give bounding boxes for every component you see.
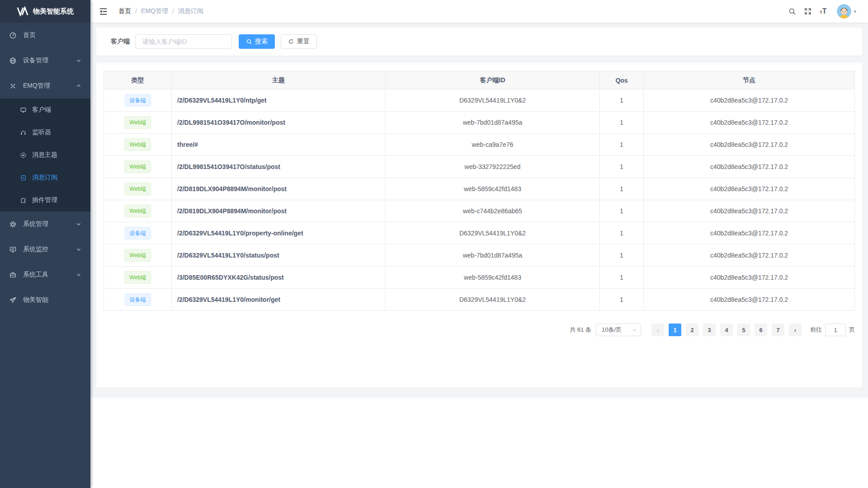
topic-cell: /3/D85E00R65DYXK42G/status/post [172, 267, 386, 289]
monitor-chart-icon [9, 246, 17, 253]
client-id-cell: web-ca9a7e76 [386, 134, 600, 156]
header-topic: 主题 [172, 71, 386, 89]
page-button-4[interactable]: 4 [720, 324, 733, 336]
sidebar-item-monitoring[interactable]: 系统监控 [0, 237, 90, 262]
node-cell: c40b2d8ea5c3@172.17.0.2 [644, 89, 855, 112]
sidebar-item-label: 物美智能 [23, 296, 48, 304]
sidebar-item-listeners[interactable]: 监听器 [0, 121, 90, 144]
desktop-icon [20, 107, 27, 113]
sidebar-item-emq[interactable]: EMQ管理 [0, 73, 90, 99]
chevron-down-icon [76, 221, 81, 227]
type-cell: Web端 [104, 156, 172, 178]
caret-down-icon: ▾ [854, 9, 856, 14]
header-node: 节点 [644, 71, 855, 89]
app-main: 客户端 搜索 重置 [90, 23, 868, 398]
dashboard-icon [9, 32, 17, 39]
page-button-6[interactable]: 6 [755, 324, 767, 336]
page-button-5[interactable]: 5 [737, 324, 750, 336]
client-id-cell: web-5859c42fd1483 [386, 267, 600, 289]
goto-label: 前往 [810, 326, 822, 334]
topic-cell: /2/D6329VL54419L1Y0/property-online/get [172, 222, 386, 244]
qos-cell: 1 [600, 289, 644, 311]
prev-page-button[interactable]: ‹ [651, 324, 664, 336]
sidebar-item-plugins[interactable]: 插件管理 [0, 189, 90, 211]
paper-plane-icon [9, 296, 17, 304]
search-panel: 客户端 搜索 重置 [96, 28, 862, 56]
page-size-select[interactable]: 10条/页 [596, 324, 641, 336]
chevron-down-icon [632, 328, 637, 333]
type-cell: 设备端 [104, 89, 172, 112]
table-row: 设备端/2/D6329VL54419L1Y0/property-online/g… [104, 222, 855, 244]
sidebar-item-system[interactable]: 系统管理 [0, 211, 90, 237]
goto-unit: 页 [849, 326, 855, 334]
client-id-input[interactable] [135, 34, 232, 49]
type-badge: Web端 [124, 160, 151, 173]
client-id-cell: D6329VL54419L1Y0&2 [386, 222, 600, 244]
search-button[interactable]: 搜索 [239, 34, 275, 49]
user-menu[interactable]: ▾ [837, 4, 856, 19]
page-button-3[interactable]: 3 [703, 324, 716, 336]
sidebar-item-home[interactable]: 首页 [0, 23, 90, 48]
type-badge: Web端 [124, 138, 151, 151]
node-cell: c40b2d8ea5c3@172.17.0.2 [644, 289, 855, 311]
puzzle-icon [20, 197, 27, 204]
sidebar-item-tools[interactable]: 系统工具 [0, 262, 90, 287]
pagination: 共 61 条 10条/页 ‹ 1234567 › 前往 页 [104, 324, 855, 336]
node-cell: c40b2d8ea5c3@172.17.0.2 [644, 112, 855, 134]
sidebar-item-brand[interactable]: 物美智能 [0, 287, 90, 313]
avatar[interactable] [837, 4, 851, 19]
page-button-1[interactable]: 1 [669, 324, 681, 336]
app-logo[interactable]: 物美智能系统 [0, 0, 90, 23]
page-button-2[interactable]: 2 [686, 324, 698, 336]
qos-cell: 1 [600, 112, 644, 134]
type-badge: 设备端 [125, 293, 151, 306]
type-cell: Web端 [104, 134, 172, 156]
sidebar-item-label: 首页 [23, 31, 36, 39]
client-id-cell: D6329VL54419L1Y0&2 [386, 289, 600, 311]
chevron-up-icon [76, 83, 81, 89]
qos-cell: 1 [600, 222, 644, 244]
qos-cell: 1 [600, 156, 644, 178]
search-icon[interactable] [788, 7, 796, 15]
reset-button[interactable]: 重置 [281, 34, 317, 49]
qos-cell: 1 [600, 89, 644, 112]
sidebar-item-subscriptions[interactable]: 消息订阅 [0, 166, 90, 189]
briefcase-icon [9, 271, 17, 279]
search-field-label: 客户端 [111, 38, 130, 46]
chevron-down-icon [76, 58, 81, 63]
breadcrumb-home[interactable]: 首页 [118, 7, 131, 15]
goto-page-input[interactable] [825, 324, 846, 336]
sidebar-item-clients[interactable]: 客户端 [0, 99, 90, 121]
next-page-button[interactable]: › [789, 324, 802, 336]
topic-cell: /2/D819DLX904P8894M/monitor/post [172, 178, 386, 200]
chevron-down-icon [76, 247, 81, 252]
topic-cell: /2/D6329VL54419L1Y0/status/post [172, 244, 386, 267]
subscription-table: 类型 主题 客户端ID Qos 节点 设备端/2/D6329VL54419L1Y… [104, 71, 855, 311]
qos-cell: 1 [600, 178, 644, 200]
breadcrumb-current: 消息订阅 [178, 7, 203, 15]
font-size-icon[interactable]: тT [820, 7, 826, 15]
qos-cell: 1 [600, 244, 644, 267]
sidebar-item-topics[interactable]: 消息主题 [0, 144, 90, 166]
type-cell: Web端 [104, 112, 172, 134]
client-id-cell: web-3327922225ed [386, 156, 600, 178]
sidebar-item-devices[interactable]: 设备管理 [0, 48, 90, 73]
table-row: Web端/2/D819DLX904P8894M/monitor/postweb-… [104, 200, 855, 222]
subscription-table-panel: 类型 主题 客户端ID Qos 节点 设备端/2/D6329VL54419L1Y… [96, 63, 862, 388]
fullscreen-icon[interactable] [804, 7, 812, 15]
breadcrumb: 首页 / EMQ管理 / 消息订阅 [118, 7, 203, 15]
topic-cell: /2/D6329VL54419L1Y0/ntp/get [172, 89, 386, 112]
sidebar-item-label: 插件管理 [32, 196, 57, 204]
qos-cell: 1 [600, 267, 644, 289]
navbar-right: тT [788, 4, 856, 19]
node-x-icon [9, 82, 17, 90]
page-button-7[interactable]: 7 [772, 324, 784, 336]
qos-cell: 1 [600, 134, 644, 156]
breadcrumb-separator: / [135, 8, 137, 15]
type-badge: 设备端 [125, 94, 151, 107]
goto-page: 前往 页 [810, 324, 855, 336]
sidebar-toggle-button[interactable] [99, 8, 108, 15]
emq-submenu: 客户端 监听器 消息主题 [0, 99, 90, 211]
type-badge: Web端 [124, 183, 151, 195]
app-title: 物美智能系统 [33, 7, 74, 16]
